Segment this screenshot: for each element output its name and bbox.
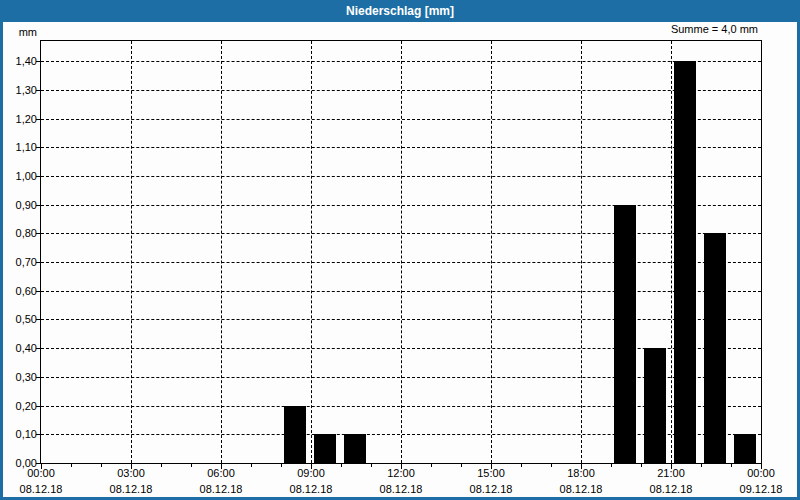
plot-area: mm 0,000,100,200,300,400,500,600,700,800… [40, 40, 762, 464]
y-axis-tick-label: 0,80 [0, 227, 37, 239]
title-bar: Niederschlag [mm] [0, 0, 800, 22]
y-axis-tick-label: 0,70 [0, 256, 37, 268]
gridline-vertical [491, 41, 492, 463]
y-axis-unit-label: mm [0, 26, 37, 38]
x-axis-date-label: 08.12.18 [545, 483, 617, 495]
x-axis-time-label: 12:00 [365, 467, 437, 479]
precipitation-bar [344, 434, 366, 463]
y-axis-tick-label: 0,90 [0, 199, 37, 211]
x-axis-time-label: 00:00 [725, 467, 797, 479]
gridline-vertical [401, 41, 402, 463]
gridline-vertical [581, 41, 582, 463]
gridline-vertical [671, 41, 672, 463]
y-axis-tick-label: 1,20 [0, 113, 37, 125]
precipitation-bar [644, 348, 666, 463]
x-axis-date-label: 09.12.18 [725, 483, 797, 495]
precipitation-bar [284, 406, 306, 463]
x-axis-date-label: 08.12.18 [95, 483, 167, 495]
precipitation-bar [704, 233, 726, 463]
x-axis-time-label: 15:00 [455, 467, 527, 479]
x-axis-time-label: 06:00 [185, 467, 257, 479]
y-axis-tick-label: 1,40 [0, 55, 37, 67]
y-axis-tick-label: 0,40 [0, 342, 37, 354]
y-axis-tick-label: 1,30 [0, 84, 37, 96]
precipitation-bar [734, 434, 756, 463]
x-axis-time-label: 18:00 [545, 467, 617, 479]
chart-title: Niederschlag [mm] [346, 4, 454, 18]
x-axis-date-label: 08.12.18 [5, 483, 77, 495]
y-axis-tick-label: 0,60 [0, 285, 37, 297]
x-axis-date-label: 08.12.18 [365, 483, 437, 495]
x-axis-time-label: 09:00 [275, 467, 347, 479]
precipitation-bar [614, 205, 636, 463]
x-axis-date-label: 08.12.18 [275, 483, 347, 495]
y-axis-tick-label: 0,50 [0, 313, 37, 325]
sum-annotation: Summe = 4,0 mm [671, 23, 758, 35]
x-axis-time-label: 00:00 [5, 467, 77, 479]
y-axis-tick-label: 0,30 [0, 371, 37, 383]
gridline-vertical [131, 41, 132, 463]
y-axis-tick-label: 1,00 [0, 170, 37, 182]
x-axis-time-label: 21:00 [635, 467, 707, 479]
chart-window: Niederschlag [mm] Summe = 4,0 mm mm 0,00… [0, 0, 800, 500]
x-axis-date-label: 08.12.18 [185, 483, 257, 495]
precipitation-bar [674, 61, 696, 463]
gridline-vertical [221, 41, 222, 463]
y-axis-tick-label: 1,10 [0, 141, 37, 153]
x-axis-date-label: 08.12.18 [455, 483, 527, 495]
precipitation-bar [314, 434, 336, 463]
x-axis-date-label: 08.12.18 [635, 483, 707, 495]
y-axis-tick-label: 0,10 [0, 428, 37, 440]
y-axis-tick-label: 0,20 [0, 400, 37, 412]
x-axis-time-label: 03:00 [95, 467, 167, 479]
gridline-vertical [311, 41, 312, 463]
